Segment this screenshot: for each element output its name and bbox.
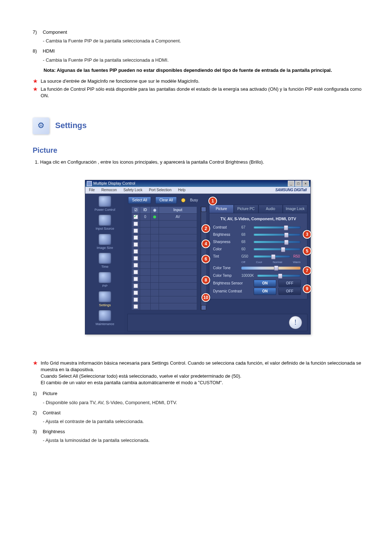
cell-id: 0 [140,214,151,220]
table-row[interactable]: 0 AV [132,214,197,221]
slider-contrast[interactable]: Contrast 67 [213,224,303,231]
sidebar-item-time[interactable]: Time [87,253,123,269]
menu-file[interactable]: File [89,188,95,193]
col-status: ◉ [151,207,159,213]
time-icon [99,253,111,264]
list-label: HDMI [43,48,55,54]
slider-handle[interactable] [278,274,282,279]
row-checkbox[interactable] [134,277,138,281]
star-icon: ★ [33,360,39,366]
slider-handle[interactable] [271,254,275,259]
menu-remocon[interactable]: Remocon [101,188,117,193]
menu-port[interactable]: Port Selection [149,188,171,193]
scroll-up-icon[interactable] [201,207,206,212]
cell-input: AV [159,214,197,220]
callout-marker-2: 2 [201,224,210,233]
app-window: Multiple Display Control _ □ × File Remo… [85,180,311,335]
picture-panel: TV, AV, S-Video, Component, HDMI, DTV 2 … [209,213,307,300]
maintenance-icon [99,310,111,321]
sidebar-item-pip[interactable]: PIP [87,272,123,288]
menu-safety[interactable]: Safety Lock [123,188,142,193]
row-checkbox[interactable] [134,284,138,288]
row-checkbox[interactable] [134,297,138,302]
callout-marker-8: 8 [201,276,210,284]
brsensor-on-button[interactable]: ON [254,280,276,287]
table-row-empty [132,262,197,269]
scroll-down-icon[interactable] [201,305,206,310]
slider-label: Contrast [213,225,241,230]
slider-color-tone[interactable]: Color Tone [213,264,303,272]
row-checkbox[interactable] [134,222,138,226]
table-row-empty [132,221,197,227]
menu-help[interactable]: Help [178,188,185,193]
dyncontrast-off-button[interactable]: OFF [278,288,301,295]
row-checkbox[interactable] [134,304,138,309]
row-checkbox[interactable] [134,229,138,233]
slider-handle[interactable] [281,247,285,252]
slider-handle[interactable] [274,266,278,271]
window-title: Multiple Display Control [93,181,135,186]
row-checkbox[interactable] [134,242,138,247]
list-num: 2) [33,410,41,416]
brsensor-off-button[interactable]: OFF [278,280,301,287]
col-input: Input [159,207,197,213]
star-icon: ★ [33,78,39,85]
list-num: 1) [33,390,41,397]
picture-heading: Picture [33,145,363,155]
star-text: Info Grid muestra información básica nec… [41,360,363,386]
list-sub-a1: - Disponible sólo para TV, AV, S-Video, … [43,399,363,406]
slider-label: Tint [213,254,241,259]
tab-picture-pc[interactable]: Picture PC [234,205,258,213]
close-button[interactable]: × [302,181,309,186]
slider-label: Brightness [213,232,241,237]
list-label: Brightness [43,428,65,435]
slider-tint[interactable]: Tint G50 R50 [213,253,303,260]
panel-heading: TV, AV, S-Video, Component, HDMI, DTV [213,216,303,222]
list-item-8: 8) HDMI [33,48,363,54]
slider-label: Color [213,247,241,252]
row-checkbox[interactable] [134,256,138,260]
tint-g: G50 [241,254,254,259]
maximize-button[interactable]: □ [295,181,302,186]
power-icon [99,196,111,207]
sidebar-item-maintenance[interactable]: Maintenance [87,310,123,327]
tab-picture[interactable]: Picture [209,205,234,213]
slider-handle[interactable] [284,225,288,230]
slider-value: 10000K [241,273,257,278]
slider-handle[interactable] [284,240,289,245]
list-item-a2: 2) Contrast [33,410,363,416]
tab-audio[interactable]: Audio [258,205,283,213]
info-icon[interactable]: ! [289,316,302,329]
slider-brightness[interactable]: Brightness 68 [213,231,303,238]
row-checkbox[interactable] [134,263,138,267]
sidebar-item-image[interactable]: Image Size [87,234,123,250]
select-all-button[interactable]: Select All [128,197,151,204]
slider-color[interactable]: Color 60 [213,246,303,253]
row-checkbox[interactable] [134,215,138,219]
sidebar-item-input[interactable]: Input Source [87,215,123,231]
callout-marker-9: 9 [303,284,311,293]
list-sub-a3: - Ajusta la luminosidad de la pantalla s… [43,437,363,444]
slider-color-temp[interactable]: Color Temp 10000K [213,272,303,279]
row-checkbox[interactable] [134,291,138,295]
star-text: La source d'entrée de MagicInfo ne fonct… [41,78,363,85]
list-item-7: 7) Component [33,29,363,36]
picture-desc: 1. Haga clic en Configuración , entre lo… [35,159,363,165]
star-note-3: ★ Info Grid muestra información básica n… [33,360,363,386]
slider-handle[interactable] [284,233,289,238]
sidebar-item-settings[interactable]: Settings [87,291,123,308]
callout-marker-7: 7 [303,266,311,275]
sidebar-item-power[interactable]: Power Control [87,196,123,212]
list-label: Contrast [43,410,61,416]
row-checkbox[interactable] [134,249,138,254]
sidebar-label: Image Size [87,246,123,250]
row-checkbox[interactable] [134,235,138,240]
dyncontrast-on-button[interactable]: ON [254,288,276,295]
sidebar-label: Settings [87,303,123,308]
minimize-button[interactable]: _ [288,181,294,186]
row-checkbox[interactable] [134,270,138,274]
slider-sharpness[interactable]: Sharpness 68 [213,238,303,246]
tab-image-lock[interactable]: Image Lock [283,205,307,213]
clear-all-button[interactable]: Clear All [155,197,177,204]
titlebar[interactable]: Multiple Display Control _ □ × [85,180,310,187]
